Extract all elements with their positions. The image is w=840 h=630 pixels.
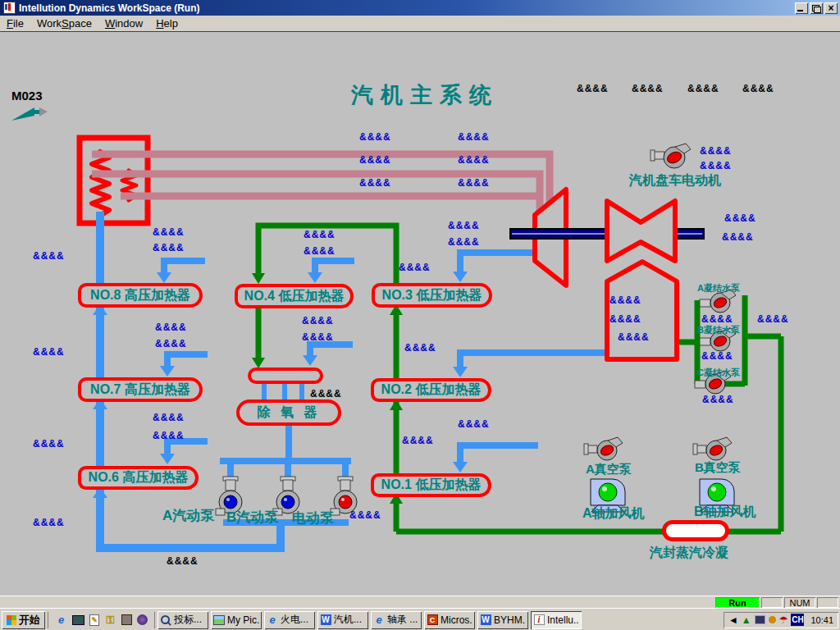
motor-pump-label: 电动泵 [292,509,334,527]
taskbar-button[interactable]: 汽机... [317,611,368,629]
tag-value: &&&& [458,177,490,189]
taskbar-button[interactable]: 轴承 ... [371,611,422,629]
tag-value: &&&& [359,177,391,189]
person-icon[interactable] [769,616,776,623]
taskbar: 开始 e ✎ ⚿ 投标... My Pic... 火电... 汽机... [0,608,840,630]
condenser [607,262,677,359]
vacuum-pump-a-icon[interactable] [584,437,623,460]
minimize-button[interactable] [795,2,808,14]
heater-no1[interactable]: NO.1 低压加热器 [371,473,491,497]
tag-value: &&&& [153,242,185,253]
tag-value: &&&& [304,229,336,240]
tag-value: &&&& [302,331,334,343]
cond-pump-c-label: C凝结水泵 [697,367,740,379]
deaerator-header[interactable] [248,368,323,384]
green-arrow-icon[interactable]: ▲ [742,615,751,625]
tag-value: &&&& [399,262,431,273]
tag-value: &&&& [632,83,664,94]
heater-no6[interactable]: NO.6 高压加热器 [78,466,199,490]
taskbar-button[interactable]: Micros... [424,611,475,629]
umbrella-icon[interactable]: ☂ [779,615,788,625]
tag-value: &&&& [700,145,732,157]
tag-value: &&&& [359,154,391,166]
menu-workspace[interactable]: WorkSpace [30,16,98,30]
start-label: 开始 [19,613,40,628]
heater-no2[interactable]: NO.2 低压加热器 [371,378,491,402]
vacuum-pump-b-label: B真空泵 [695,460,741,476]
tag-value: &&&& [722,231,754,243]
word-icon [320,614,331,626]
tag-value: &&&& [458,154,490,166]
key-icon[interactable]: ⚿ [104,614,116,626]
tag-value: &&&& [404,342,436,354]
heater-no4[interactable]: NO.4 低压加热器 [235,284,354,308]
restore-button[interactable] [810,2,823,14]
intellution-icon [533,614,545,626]
status-bar: Run NUM [0,596,840,609]
monitor-icon[interactable] [755,615,765,624]
tag-value: &&&& [577,83,609,94]
tag-value: &&&& [701,350,733,362]
tag-value: &&&& [458,131,490,143]
vacuum-pump-b-icon[interactable] [693,437,732,460]
close-button[interactable]: × [824,2,838,14]
tag-value: &&&& [609,313,641,325]
deaerator[interactable]: 除 氧 器 [236,399,341,426]
quick-launch: e ✎ ⚿ [48,612,155,628]
tag-value: &&&& [700,160,732,171]
menu-window[interactable]: Window [98,16,149,30]
ie-icon[interactable]: e [55,614,67,626]
title-bar[interactable]: Intellution Dynamics WorkSpace (Run) × [0,0,840,16]
heater-no3[interactable]: NO.3 低压加热器 [372,283,492,308]
tag-value: &&&& [153,226,185,238]
taskbar-button[interactable]: 火电... [264,611,315,629]
ie-icon [373,614,385,626]
screen-title: 汽机主系统 [351,80,499,110]
globe-icon[interactable] [137,614,148,625]
tag-value: &&&& [153,430,185,441]
tag-value: &&&& [618,331,650,343]
word-icon [480,614,491,626]
tag-value: &&&& [155,338,187,349]
ime-language-badge[interactable]: CH [791,614,804,626]
desktop: Intellution Dynamics WorkSpace (Run) × F… [0,0,840,630]
menu-help[interactable]: Help [149,16,185,30]
taskbar-button[interactable]: 投标... [158,611,208,629]
image-icon [213,614,225,626]
heater-no7[interactable]: NO.7 高压加热器 [78,377,203,402]
menu-bar: File WorkSpace Window Help [0,16,840,32]
cond-pump-a-label: A凝结水泵 [697,282,740,294]
speaker-icon[interactable]: ◄ [728,615,738,625]
menu-file[interactable]: File [0,16,30,30]
tag-value: &&&& [687,83,719,94]
windows-logo-icon [7,615,16,625]
status-cell [817,597,838,608]
tag-value: &&&& [724,212,756,224]
taskbar-button[interactable]: BYHM... [477,611,528,629]
tag-value: &&&& [402,435,434,446]
system-tray: ◄ ▲ ☂ CH 10:41 [724,612,838,628]
document-icon[interactable]: ✎ [89,614,99,626]
tag-value: &&&& [448,236,480,248]
start-button[interactable]: 开始 [2,611,45,629]
status-cell [761,597,783,608]
tag-value: &&&& [167,555,199,567]
show-desktop-icon[interactable] [72,615,84,625]
fan-b-label: B轴加风机 [694,504,756,521]
gland-condenser-label: 汽封蒸汽冷凝 [650,545,728,562]
tag-value: &&&& [609,294,641,306]
nav-arrow[interactable] [11,107,48,121]
gland-condenser-icon[interactable] [662,520,729,541]
turning-motor-label: 汽机盘车电动机 [629,172,721,189]
organizer-icon[interactable] [121,614,132,625]
vacuum-pump-a-label: A真空泵 [586,462,632,477]
tag-value: &&&& [304,245,336,257]
turning-motor-icon[interactable] [651,144,691,168]
taskbar-button[interactable]: My Pic... [211,611,262,629]
tag-value: &&&& [302,315,334,326]
office-icon [427,614,438,626]
heater-no8[interactable]: NO.8 高压加热器 [78,283,203,308]
taskbar-button-active[interactable]: Intellu... [531,611,582,629]
tag-value: &&&& [359,131,391,143]
tag-value: &&&& [155,322,187,333]
